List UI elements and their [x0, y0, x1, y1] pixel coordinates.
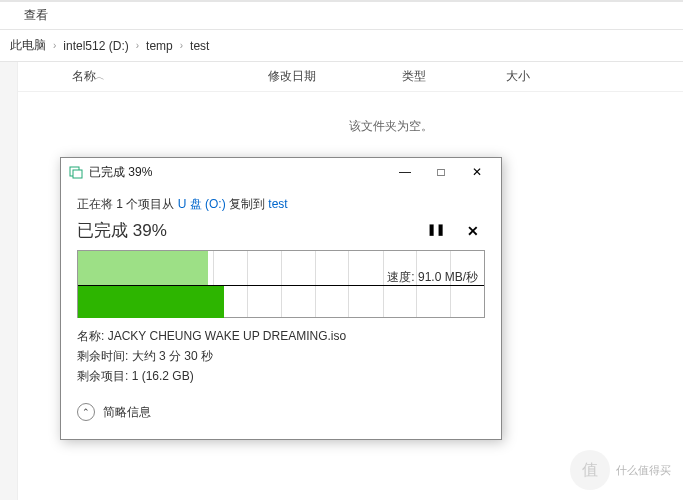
empty-folder-message: 该文件夹为空。 — [18, 118, 683, 135]
details-toggle[interactable]: ⌃ 简略信息 — [77, 403, 485, 421]
maximize-button[interactable]: □ — [423, 162, 459, 182]
chevron-right-icon: › — [50, 40, 59, 51]
copy-status-line: 正在将 1 个项目从 U 盘 (O:) 复制到 test — [77, 196, 485, 213]
breadcrumb-test[interactable]: test — [186, 39, 213, 53]
eta-row: 剩余时间: 大约 3 分 30 秒 — [77, 348, 485, 365]
chart-fill-bottom — [78, 285, 224, 318]
column-header-row: 名称 ︿ 修改日期 类型 大小 — [18, 62, 683, 92]
file-name-row: 名称: JACKY CHEUNG WAKE UP DREAMING.iso — [77, 328, 485, 345]
watermark-text: 什么值得买 — [616, 463, 671, 478]
breadcrumb-temp[interactable]: temp — [142, 39, 177, 53]
sort-asc-icon: ︿ — [91, 70, 105, 82]
column-date[interactable]: 修改日期 — [268, 68, 402, 85]
breadcrumb-drive[interactable]: intel512 (D:) — [59, 39, 132, 53]
watermark-logo: 值 — [570, 450, 610, 490]
chevron-right-icon: › — [133, 40, 142, 51]
column-size[interactable]: 大小 — [506, 68, 586, 85]
column-type[interactable]: 类型 — [402, 68, 506, 85]
menu-bar: 查看 — [0, 2, 683, 30]
dialog-title: 已完成 39% — [89, 164, 387, 181]
close-button[interactable]: ✕ — [459, 162, 495, 182]
minimize-button[interactable]: — — [387, 162, 423, 182]
source-link[interactable]: U 盘 (O:) — [178, 197, 226, 211]
svg-rect-1 — [73, 170, 82, 178]
dialog-titlebar[interactable]: 已完成 39% — □ ✕ — [61, 158, 501, 186]
breadcrumb-bar: 此电脑 › intel512 (D:) › temp › test — [0, 30, 683, 62]
watermark: 值 什么值得买 — [570, 450, 671, 490]
copy-dialog: 已完成 39% — □ ✕ 正在将 1 个项目从 U 盘 (O:) 复制到 te… — [60, 157, 502, 440]
speed-label: 速度: 91.0 MB/秒 — [387, 269, 478, 286]
chevron-right-icon: › — [177, 40, 186, 51]
chart-fill-top — [78, 251, 208, 285]
remaining-row: 剩余项目: 1 (16.2 GB) — [77, 368, 485, 385]
chevron-up-icon: ⌃ — [77, 403, 95, 421]
menu-view[interactable]: 查看 — [24, 7, 48, 24]
cancel-button[interactable]: ✕ — [467, 223, 479, 239]
copy-icon — [69, 165, 83, 179]
breadcrumb-root[interactable]: 此电脑 — [6, 37, 50, 54]
sidebar-edge — [0, 62, 18, 500]
pause-button[interactable]: ❚❚ — [427, 223, 445, 239]
progress-percent: 已完成 39% — [77, 219, 167, 242]
dest-link[interactable]: test — [268, 197, 287, 211]
speed-chart: 速度: 91.0 MB/秒 — [77, 250, 485, 318]
